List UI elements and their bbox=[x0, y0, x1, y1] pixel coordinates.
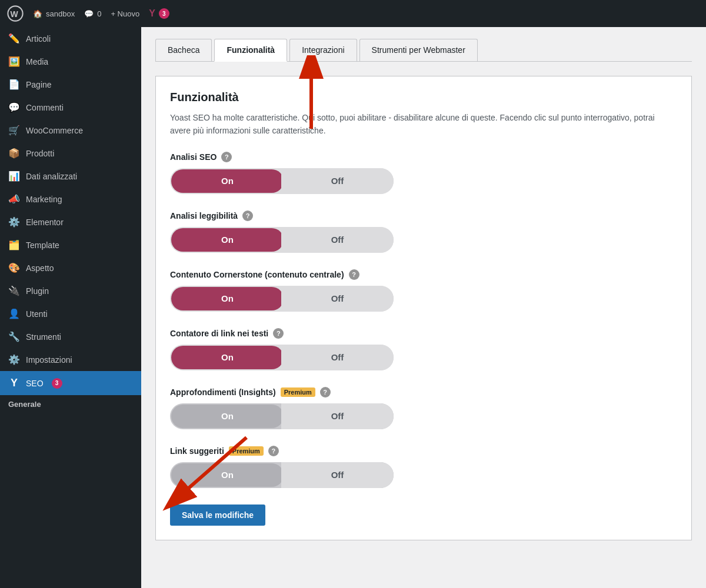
sidebar-item-prodotti[interactable]: 📦 Prodotti bbox=[0, 142, 141, 165]
help-icon-contatore-link[interactable]: ? bbox=[273, 328, 284, 339]
toggle-off-contenuto-cornerstone[interactable]: Off bbox=[281, 286, 394, 312]
toggle-on-analisi-seo[interactable]: On bbox=[171, 169, 284, 193]
sidebar: ✏️ Articoli 🖼️ Media 📄 Pagine 💬 Commenti… bbox=[0, 27, 141, 588]
premium-badge-approfondimenti: Premium bbox=[281, 387, 315, 397]
toggle-off-approfondimenti[interactable]: Off bbox=[281, 403, 394, 429]
toggle-approfondimenti: On Off bbox=[170, 403, 394, 429]
toggle-off-link-suggeriti[interactable]: Off bbox=[281, 462, 394, 488]
admin-bar: W 🏠 sandbox 💬 0 + Nuovo Y 3 bbox=[0, 0, 706, 27]
toggle-off-analisi-seo[interactable]: Off bbox=[281, 168, 394, 194]
help-icon-analisi-leggibilita[interactable]: ? bbox=[242, 211, 253, 221]
toggle-on-contatore-link[interactable]: On bbox=[171, 346, 284, 369]
feature-contenuto-cornerstone-label: Contenuto Cornerstone (contenuto central… bbox=[170, 269, 677, 280]
utenti-icon: 👤 bbox=[8, 308, 20, 319]
help-icon-link-suggeriti[interactable]: ? bbox=[268, 446, 279, 456]
articoli-icon: ✏️ bbox=[8, 33, 20, 44]
commenti-icon: 💬 bbox=[8, 102, 20, 113]
sidebar-item-articoli[interactable]: ✏️ Articoli bbox=[0, 27, 141, 50]
seo-badge: 3 bbox=[52, 378, 62, 389]
seo-icon: Y bbox=[8, 377, 20, 389]
impostazioni-icon: ⚙️ bbox=[8, 354, 20, 365]
feature-contatore-link: Contatore di link nei testi ? On Off bbox=[170, 328, 677, 370]
yoast-badge: 3 bbox=[159, 8, 169, 19]
toggle-on-approfondimenti[interactable]: On bbox=[171, 405, 284, 428]
feature-analisi-leggibilita: Analisi leggibilità ? On Off bbox=[170, 211, 677, 253]
sidebar-item-elementor[interactable]: ⚙️ Elementor bbox=[0, 211, 141, 233]
page-content: Funzionalità Yoast SEO ha molte caratter… bbox=[155, 76, 692, 540]
toggle-analisi-seo: On Off bbox=[170, 168, 394, 194]
feature-analisi-seo: Analisi SEO ? On Off bbox=[170, 152, 677, 194]
tabs: Bacheca Funzionalità Integrazioni Strume… bbox=[155, 39, 692, 62]
feature-approfondimenti: Approfondimenti (Insights) Premium ? On … bbox=[170, 387, 677, 429]
new-button[interactable]: + Nuovo bbox=[111, 9, 139, 18]
sidebar-item-dati-analizzati[interactable]: 📊 Dati analizzati bbox=[0, 165, 141, 188]
sidebar-item-pagine[interactable]: 📄 Pagine bbox=[0, 73, 141, 96]
sidebar-bottom-label: Generale bbox=[0, 395, 141, 413]
comments-link[interactable]: 💬 0 bbox=[84, 9, 101, 18]
sidebar-item-utenti[interactable]: 👤 Utenti bbox=[0, 302, 141, 325]
feature-contatore-link-label: Contatore di link nei testi ? bbox=[170, 328, 677, 339]
pagine-icon: 📄 bbox=[8, 79, 20, 90]
toggle-analisi-leggibilita: On Off bbox=[170, 227, 394, 253]
help-icon-analisi-seo[interactable]: ? bbox=[221, 152, 232, 162]
yoast-admin-bar[interactable]: Y 3 bbox=[149, 8, 169, 19]
main-layout: ✏️ Articoli 🖼️ Media 📄 Pagine 💬 Commenti… bbox=[0, 27, 706, 588]
sidebar-item-woocommerce[interactable]: 🛒 WooCommerce bbox=[0, 119, 141, 142]
elementor-icon: ⚙️ bbox=[8, 216, 20, 228]
sidebar-item-strumenti[interactable]: 🔧 Strumenti bbox=[0, 325, 141, 348]
dati-icon: 📊 bbox=[8, 171, 20, 182]
wp-logo[interactable]: W bbox=[7, 5, 24, 22]
toggle-contenuto-cornerstone: On Off bbox=[170, 286, 394, 312]
help-icon-approfondimenti[interactable]: ? bbox=[320, 387, 331, 397]
marketing-icon: 📣 bbox=[8, 193, 20, 205]
toggle-off-analisi-leggibilita[interactable]: Off bbox=[281, 227, 394, 253]
feature-analisi-leggibilita-label: Analisi leggibilità ? bbox=[170, 211, 677, 221]
aspetto-icon: 🎨 bbox=[8, 262, 20, 273]
sidebar-item-template[interactable]: 🗂️ Template bbox=[0, 233, 141, 256]
sidebar-item-marketing[interactable]: 📣 Marketing bbox=[0, 188, 141, 211]
template-icon: 🗂️ bbox=[8, 239, 20, 250]
toggle-on-analisi-leggibilita[interactable]: On bbox=[171, 228, 284, 252]
page-title: Funzionalità bbox=[170, 91, 677, 104]
svg-text:W: W bbox=[11, 9, 19, 19]
svg-line-5 bbox=[176, 437, 247, 499]
sidebar-item-plugin[interactable]: 🔌 Plugin bbox=[0, 279, 141, 302]
toggle-off-contatore-link[interactable]: Off bbox=[281, 345, 394, 370]
sidebar-item-seo[interactable]: Y SEO 3 bbox=[0, 371, 141, 395]
help-icon-contenuto-cornerstone[interactable]: ? bbox=[349, 269, 359, 280]
media-icon: 🖼️ bbox=[8, 56, 20, 67]
sidebar-item-impostazioni[interactable]: ⚙️ Impostazioni bbox=[0, 348, 141, 371]
strumenti-icon: 🔧 bbox=[8, 331, 20, 342]
plugin-icon: 🔌 bbox=[8, 285, 20, 296]
tab-strumenti-webmaster[interactable]: Strumenti per Webmaster bbox=[359, 39, 478, 61]
tab-bacheca[interactable]: Bacheca bbox=[155, 39, 212, 61]
sidebar-item-commenti[interactable]: 💬 Commenti bbox=[0, 96, 141, 119]
site-name[interactable]: 🏠 sandbox bbox=[33, 9, 75, 18]
sidebar-item-media[interactable]: 🖼️ Media bbox=[0, 50, 141, 73]
prodotti-icon: 📦 bbox=[8, 148, 20, 159]
page-description: Yoast SEO ha molte caratteristiche. Qui … bbox=[170, 111, 677, 138]
feature-contenuto-cornerstone: Contenuto Cornerstone (contenuto central… bbox=[170, 269, 677, 312]
feature-approfondimenti-label: Approfondimenti (Insights) Premium ? bbox=[170, 387, 677, 397]
content-area: Bacheca Funzionalità Integrazioni Strume… bbox=[141, 27, 706, 588]
toggle-on-contenuto-cornerstone[interactable]: On bbox=[171, 287, 284, 310]
sidebar-item-aspetto[interactable]: 🎨 Aspetto bbox=[0, 256, 141, 279]
woocommerce-icon: 🛒 bbox=[8, 125, 20, 136]
feature-analisi-seo-label: Analisi SEO ? bbox=[170, 152, 677, 162]
toggle-contatore-link: On Off bbox=[170, 345, 394, 370]
